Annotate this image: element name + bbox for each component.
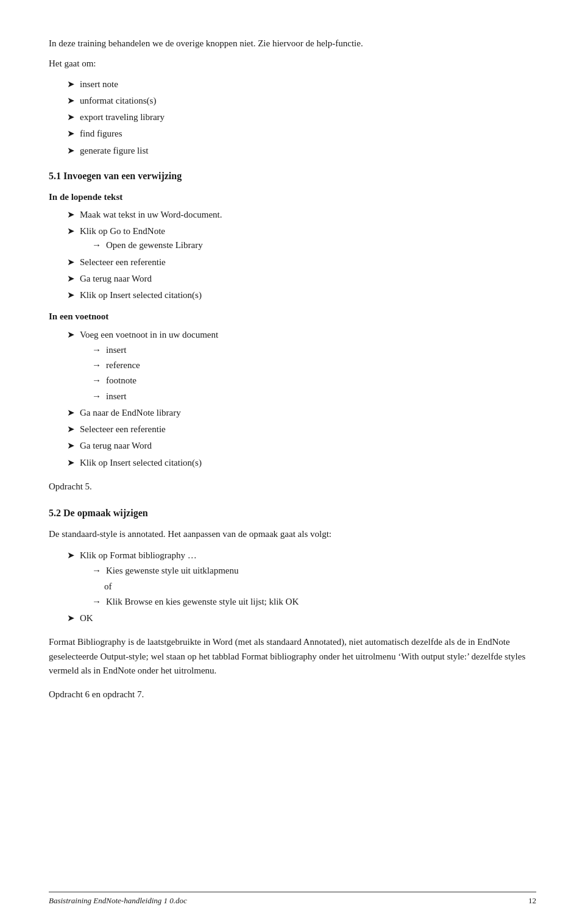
list-item: ➤ find figures: [67, 127, 536, 141]
list-item: ➤ Ga naar de EndNote library: [67, 406, 536, 420]
bullet-text: export traveling library: [80, 110, 536, 124]
arrow-footnote-text: footnote: [106, 374, 136, 388]
chevron-right-icon: ➤: [67, 255, 75, 269]
list-item: ➤ Maak wat tekst in uw Word-document.: [67, 208, 536, 222]
section-5-2-heading: 5.2 De opmaak wijzigen: [49, 506, 536, 521]
arrow-klik-browse-text: Klik Browse en kies gewenste style uit l…: [106, 595, 299, 609]
opdracht67: Opdracht 6 en opdracht 7.: [49, 688, 536, 702]
list-item: ➤ insert note: [67, 77, 536, 91]
chevron-right-icon: ➤: [67, 611, 75, 625]
bullet-text: Klik op Format bibliography … → Kies gew…: [80, 549, 536, 609]
opmaak-bullets: ➤ Klik op Format bibliography … → Kies g…: [67, 549, 536, 625]
bullet-text: Ga naar de EndNote library: [80, 406, 536, 420]
sub-lopende: In de lopende tekst: [49, 190, 536, 204]
bullet-text: Ga terug naar Word: [80, 272, 536, 286]
chevron-right-icon: ➤: [67, 272, 75, 286]
chevron-right-icon: ➤: [67, 288, 75, 302]
bullet-text: Klik op Go to EndNote → Open de gewenste…: [80, 224, 536, 253]
footer-page-number: 12: [528, 896, 536, 906]
chevron-right-icon: ➤: [67, 406, 75, 420]
chevron-right-icon: ➤: [67, 208, 75, 222]
arrow-icon: ➤: [67, 94, 75, 108]
list-item: ➤ OK: [67, 611, 536, 625]
arrow-insert2-text: insert: [106, 389, 126, 403]
bullet-text: Selecteer een referentie: [80, 255, 536, 269]
list-item: ➤ export traveling library: [67, 110, 536, 124]
arrow-icon: ➤: [67, 77, 75, 91]
list-item: ➤ generate figure list: [67, 144, 536, 158]
bullet-text: OK: [80, 611, 536, 625]
sub-arrow-icon: →: [92, 389, 101, 403]
arrow-icon: ➤: [67, 110, 75, 124]
bullet-text: Maak wat tekst in uw Word-document.: [80, 208, 536, 222]
chevron-right-icon: ➤: [67, 456, 75, 470]
arrow-insert1-text: insert: [106, 343, 126, 357]
bullet-text: insert note: [80, 77, 536, 91]
sub-arrow-icon: →: [92, 374, 101, 388]
footer-title: Basistraining EndNote-handleiding 1 0.do…: [49, 896, 187, 906]
chevron-right-icon: ➤: [67, 422, 75, 436]
lopende-bullets: ➤ Maak wat tekst in uw Word-document. ➤ …: [67, 208, 536, 303]
list-item: ➤ Selecteer een referentie: [67, 422, 536, 436]
list-item: ➤ Selecteer een referentie: [67, 255, 536, 269]
bullet-text: unformat citations(s): [80, 94, 536, 108]
voetnoot-bullets: ➤ Voeg een voetnoot in in uw document → …: [67, 328, 536, 470]
bullet-text: Ga terug naar Word: [80, 439, 536, 453]
sub-arrow-icon: →: [92, 564, 101, 578]
chevron-right-icon: ➤: [67, 439, 75, 453]
sub-arrow-icon: →: [92, 343, 101, 357]
list-item: ➤ unformat citations(s): [67, 94, 536, 108]
page: In deze training behandelen we de overig…: [0, 0, 585, 924]
list-item: ➤ Klik op Format bibliography … → Kies g…: [67, 549, 536, 609]
section-5-1-heading: 5.1 Invoegen van een verwijzing: [49, 169, 536, 184]
arrow-kies-text: Kies gewenste style uit uitklapmenu: [106, 564, 238, 578]
arrow-icon: ➤: [67, 144, 75, 158]
sub-arrow-icon: →: [92, 358, 101, 372]
sub-arrow-icon: →: [92, 595, 101, 609]
intro-line2: Het gaat om:: [49, 57, 536, 71]
arrow-icon: ➤: [67, 127, 75, 141]
list-item: ➤ Klik op Go to EndNote → Open de gewens…: [67, 224, 536, 253]
bullet-text: find figures: [80, 127, 536, 141]
list-item: ➤ Voeg een voetnoot in in uw document → …: [67, 328, 536, 403]
list-item: ➤ Ga terug naar Word: [67, 272, 536, 286]
list-item: ➤ Klik op Insert selected citation(s): [67, 288, 536, 302]
sub-voetnoot: In een voetnoot: [49, 310, 536, 324]
list-item: ➤ Ga terug naar Word: [67, 439, 536, 453]
bullet-text: generate figure list: [80, 144, 536, 158]
arrow-reference-text: reference: [106, 358, 140, 372]
intro-bullets: ➤ insert note ➤ unformat citations(s) ➤ …: [67, 77, 536, 158]
standaard-style-text: De standaard-style is annotated. Het aan…: [49, 527, 536, 541]
bullet-text: Klik op Insert selected citation(s): [80, 288, 536, 302]
list-item: ➤ Klik op Insert selected citation(s): [67, 456, 536, 470]
arrow-of-text: of: [104, 581, 112, 591]
intro-line1: In deze training behandelen we de overig…: [49, 37, 536, 51]
format-bib-para: Format Bibliography is de laatstgebruikt…: [49, 635, 536, 678]
opdracht5: Opdracht 5.: [49, 480, 536, 494]
bullet-text: Voeg een voetnoot in in uw document → in…: [80, 328, 536, 403]
chevron-right-icon: ➤: [67, 224, 75, 238]
chevron-right-icon: ➤: [67, 549, 75, 563]
bullet-text: Klik op Insert selected citation(s): [80, 456, 536, 470]
sub-arrow-icon: →: [92, 238, 101, 252]
bullet-text: Selecteer een referentie: [80, 422, 536, 436]
chevron-right-icon: ➤: [67, 328, 75, 342]
page-footer: Basistraining EndNote-handleiding 1 0.do…: [49, 892, 536, 906]
